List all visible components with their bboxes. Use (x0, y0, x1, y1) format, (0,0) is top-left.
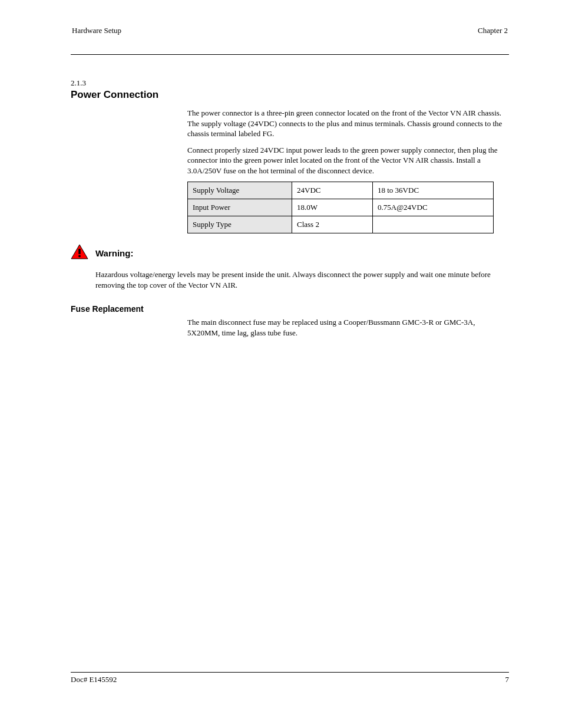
footer-doc: Doc# E145592 (71, 675, 117, 684)
footer-rule (71, 672, 509, 673)
footer-page: 7 (505, 675, 510, 684)
spec-table: Supply Voltage 24VDC 18 to 36VDC Input P… (187, 182, 494, 233)
table-row: Supply Voltage 24VDC 18 to 36VDC (188, 182, 494, 199)
cell-value: 0.75A@24VDC (373, 199, 494, 216)
section-title: Power Connection (71, 89, 509, 101)
svg-point-2 (78, 255, 81, 258)
cell-value: 18.0W (292, 199, 373, 216)
table-row: Input Power 18.0W 0.75A@24VDC (188, 199, 494, 216)
fuse-heading: Fuse Replacement (71, 304, 509, 314)
paragraph-2: Connect properly sized 24VDC input power… (187, 145, 509, 176)
warning-label: Warning: (95, 248, 133, 258)
cell-value: 24VDC (292, 182, 373, 199)
cell-value: 18 to 36VDC (373, 182, 494, 199)
cell-label: Supply Type (188, 216, 292, 233)
header-rule (71, 54, 509, 55)
section-number: 2.1.3 (71, 78, 509, 88)
table-row: Supply Type Class 2 (188, 216, 494, 233)
paragraph-1: The power connector is a three-pin green… (187, 108, 509, 139)
warning-text: Hazardous voltage/energy levels may be p… (95, 269, 509, 290)
cell-label: Input Power (188, 199, 292, 216)
footer: Doc# E145592 7 (71, 672, 509, 684)
cell-value (373, 216, 494, 233)
warning-icon (71, 244, 88, 262)
fuse-text: The main disconnect fuse may be replaced… (187, 317, 509, 338)
header-left: Hardware Setup (72, 26, 121, 35)
cell-value: Class 2 (292, 216, 373, 233)
svg-rect-1 (78, 249, 80, 254)
cell-label: Supply Voltage (188, 182, 292, 199)
header-right: Chapter 2 (478, 26, 508, 35)
